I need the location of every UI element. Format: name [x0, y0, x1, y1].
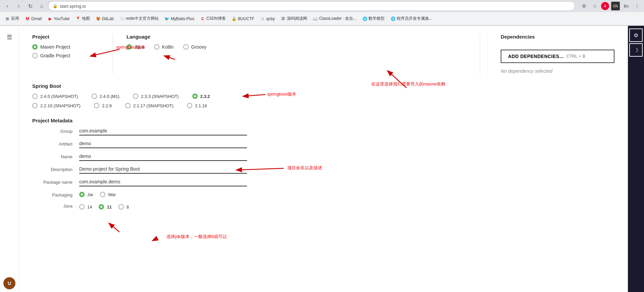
name-input[interactable] [79, 154, 247, 161]
java11-label: 11 [107, 205, 111, 210]
csdn-icon: C [200, 16, 205, 21]
java11-option[interactable]: 11 [99, 204, 111, 210]
sb-229-radio[interactable] [94, 103, 99, 108]
sb-233snap-radio[interactable] [133, 94, 138, 99]
apps-icon: ⊞ [5, 16, 10, 21]
group-label: Group [32, 128, 79, 134]
java14-radio[interactable] [79, 204, 85, 210]
hamburger-menu[interactable]: ☰ [3, 31, 15, 43]
bookmark-classloader[interactable]: 📖 ClassLoader · 攻击... [311, 15, 359, 22]
dependencies-section: Dependencies ADD DEPENDENCIES... CTRL + … [487, 34, 614, 74]
sb-2117snap-option[interactable]: 2.1.17 (SNAPSHOT) [125, 103, 174, 108]
jar-radio[interactable] [79, 192, 85, 197]
description-input[interactable] [79, 166, 247, 174]
java-row: Java 14 11 8 [32, 203, 614, 210]
extension-toggle[interactable]: ON [611, 2, 620, 10]
sb-2210snap-radio[interactable] [32, 103, 38, 108]
springboot-section: Spring Boot 2.4.0 (SNAPSHOT) 2.4.0 (M1) [32, 83, 614, 108]
star-button[interactable]: ☆ [590, 2, 599, 10]
groovy-option[interactable]: Groovy [183, 44, 206, 50]
add-dependencies-button[interactable]: ADD DEPENDENCIES... CTRL + B [501, 50, 614, 63]
language-radio-group: Java Kotlin Groovy [127, 44, 473, 50]
maven-label: Maven Project [40, 44, 70, 50]
dark-mode-button[interactable]: ☽ [629, 43, 643, 57]
springboot-row-2: 2.2.10 (SNAPSHOT) 2.2.9 2.1.17 (SNAPSHOT… [32, 103, 614, 108]
jar-option[interactable]: Jar [79, 192, 93, 197]
moon-icon: ☽ [634, 47, 638, 53]
forward-button[interactable]: › [14, 1, 23, 11]
profile-icon[interactable]: A [601, 2, 609, 10]
groovy-radio[interactable] [183, 44, 189, 50]
back-button[interactable]: ‹ [3, 1, 12, 11]
bookmark-csdn[interactable]: C CSDN博客 [198, 15, 228, 22]
sb-233snap-option[interactable]: 2.3.3 (SNAPSHOT) [133, 94, 179, 99]
top-section: Project Maven Project Gradle Project [32, 34, 614, 74]
reload-button[interactable]: ↻ [26, 1, 35, 11]
java11-radio[interactable] [99, 204, 104, 210]
jar-label: Jar [87, 192, 93, 197]
sb-2116-option[interactable]: 2.1.16 [187, 103, 207, 108]
java8-option[interactable]: 8 [118, 204, 129, 210]
maven-radio[interactable] [32, 44, 38, 50]
bookmark-gitlab[interactable]: 🦊 GitLab [94, 15, 116, 22]
no-dependency-text: No dependency selected [501, 68, 614, 74]
packaging-row: Packaging Jar War [32, 192, 614, 197]
sb-2210snap-option[interactable]: 2.2.10 (SNAPSHOT) [32, 103, 81, 108]
settings-icon-button[interactable]: ⚙ [629, 28, 643, 42]
bookmark-dev[interactable]: 🌐 程序员开发专属激... [388, 15, 435, 22]
user-avatar[interactable]: U [3, 277, 15, 289]
classloader-icon: 📖 [313, 16, 318, 21]
bookmark-youtube[interactable]: ▶ YouTube [45, 15, 72, 22]
group-input[interactable] [79, 128, 247, 135]
sb-240snap-option[interactable]: 2.4.0 (SNAPSHOT) [32, 94, 78, 99]
sb-229-option[interactable]: 2.2.9 [94, 103, 112, 108]
package-name-label: Package name [32, 179, 79, 185]
bookmark-math[interactable]: 🌐 数学模型 [360, 15, 387, 22]
artifact-input[interactable] [79, 141, 247, 148]
sb-240snap-radio[interactable] [32, 94, 38, 99]
sb-240m1-option[interactable]: 2.4.0 (M1) [92, 94, 119, 99]
lang-button[interactable]: En [622, 2, 631, 10]
buuctf-icon: 🔒 [232, 16, 237, 21]
bookmark-maps[interactable]: 📍 地图 [73, 15, 92, 22]
gradle-project-option[interactable]: Gradle Project [32, 53, 106, 58]
bookmark-yuanma[interactable]: 源 源码阅读网 [279, 15, 309, 22]
bookmark-buuctf[interactable]: 🔒 BUUCTF [230, 15, 257, 22]
war-radio[interactable] [100, 192, 105, 197]
sb-2116-radio[interactable] [187, 103, 192, 108]
sb-232-label: 2.3.2 [200, 94, 210, 99]
sb-229-label: 2.2.9 [102, 103, 112, 108]
bookmark-gmail[interactable]: M Gmail [23, 15, 44, 22]
bookmark-qcby[interactable]: □ qcby [258, 15, 277, 22]
package-name-input[interactable] [79, 179, 247, 186]
bookmark-apps[interactable]: ⊞ 应用 [3, 15, 21, 22]
metadata-section: Project Metadata Group Artifact [32, 118, 614, 210]
maven-project-option[interactable]: Maven Project [32, 44, 106, 50]
gradle-radio[interactable] [32, 53, 38, 58]
kotlin-radio[interactable] [154, 44, 159, 50]
kotlin-option[interactable]: Kotlin [154, 44, 174, 50]
java14-option[interactable]: 14 [79, 204, 92, 210]
war-option[interactable]: War [100, 192, 116, 197]
groovy-label: Groovy [191, 44, 206, 50]
add-deps-label: ADD DEPENDENCIES... [508, 54, 564, 59]
more-button[interactable]: ⋮ [633, 2, 641, 10]
bookmark-redis[interactable]: ⬡ redis中文官方网站 [117, 15, 161, 22]
home-button[interactable]: ⌂ [37, 1, 46, 11]
war-label: War [108, 192, 116, 197]
java8-label: 8 [127, 205, 129, 210]
sb-2117snap-radio[interactable] [125, 103, 131, 108]
sb-240snap-label: 2.4.0 (SNAPSHOT) [40, 94, 78, 99]
extensions-button[interactable]: ⚙ [580, 2, 588, 10]
bookmark-mybatis[interactable]: 🐦 MyBatis-Plus [162, 15, 197, 22]
java-radio[interactable] [127, 44, 132, 50]
sb-232-option[interactable]: 2.3.2 [192, 94, 210, 99]
shortcut-hint: CTRL + B [566, 54, 586, 59]
address-bar[interactable]: 🔒 start.spring.io [48, 1, 575, 11]
redis-icon: ⬡ [120, 16, 125, 21]
sb-240m1-radio[interactable] [92, 94, 97, 99]
java-version-label: Java [32, 203, 79, 209]
java-option[interactable]: Java [127, 44, 145, 50]
java8-radio[interactable] [118, 204, 124, 210]
sb-232-radio[interactable] [192, 94, 198, 99]
